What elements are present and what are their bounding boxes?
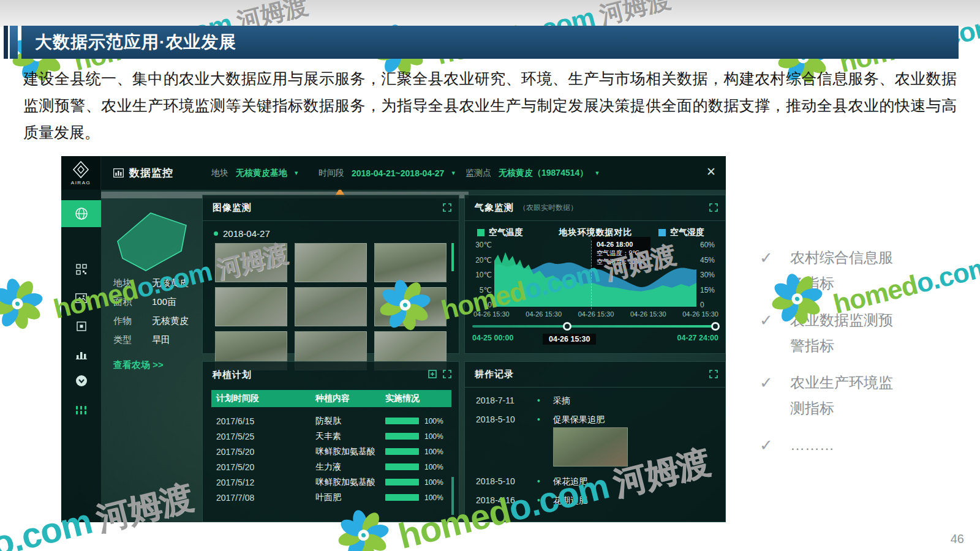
legend-temperature[interactable]: 空气温度 — [477, 227, 523, 238]
page-number: 46 — [951, 532, 964, 546]
sidebar-item-images[interactable] — [61, 285, 101, 312]
title-accent-dark — [4, 26, 8, 59]
time-range-slider[interactable] — [472, 325, 718, 328]
y-axis-humidity: 60%45%30%15%0 — [700, 241, 723, 309]
monitor-photo[interactable] — [215, 287, 287, 326]
table-row: 2017/5/20 咪鲜胺加氨基酸 100% — [211, 444, 451, 459]
y-tick: 30℃ — [469, 241, 492, 249]
plan-date: 2017/5/12 — [211, 478, 315, 487]
add-icon[interactable] — [428, 370, 437, 378]
monitor-photo[interactable] — [295, 287, 367, 326]
record-content: 促果保果追肥 — [553, 414, 628, 468]
checklist-item: ✓ ……… — [760, 432, 895, 458]
filter-plot-value[interactable]: 无核黄皮基地 — [236, 168, 287, 179]
dashboard-screenshot: AIRAG 数据监控 地块 无核黄皮基地 ▾ 时间段 2018-04-21~20… — [61, 156, 726, 522]
y-tick: 20℃ — [469, 256, 492, 264]
y-tick: 0 — [700, 301, 723, 309]
plot-info-row: 作物 无核黄皮 — [113, 315, 189, 327]
scrollbar[interactable] — [451, 243, 454, 271]
plot-field-value: 无核黄皮 — [152, 315, 189, 327]
indicator-checklist: ✓ 农村综合信息服务指标 ✓ 农业数据监测预警指标 ✓ 农业生产环境监测指标 ✓… — [760, 245, 895, 469]
slider-handle-current[interactable] — [563, 322, 571, 331]
chevron-down-icon[interactable]: ▾ — [595, 169, 599, 177]
slider-labels: 04-25 00:00 04-26 15:30 04-27 24:00 — [472, 334, 718, 346]
plot-field-label: 作物 — [113, 315, 152, 327]
monitor-photo[interactable] — [295, 243, 367, 282]
slider-handle-end[interactable] — [711, 322, 720, 331]
sidebar-item-qrcode[interactable] — [61, 256, 101, 283]
legend-temperature-label: 空气温度 — [489, 227, 523, 238]
y-axis-temperature: 30℃20℃10℃5℃0 — [469, 241, 492, 309]
title-bar: 大数据示范应用·农业发展 — [21, 26, 959, 59]
filter-plot-label: 地块 — [211, 168, 228, 179]
app-logo-text: AIRAG — [71, 180, 91, 186]
sidebar-item-device[interactable] — [61, 313, 101, 340]
monitor-photo[interactable] — [374, 287, 447, 326]
plan-table-body: 2017/6/15 防裂肽 100% 2017/5/25 天丰素 100 — [211, 413, 451, 505]
module-title: 数据监控 — [113, 156, 173, 190]
fullscreen-icon[interactable] — [443, 203, 451, 212]
circle-chevron-down-icon — [75, 375, 88, 387]
check-icon: ✓ — [760, 432, 790, 458]
sidebar-item-crop-rows[interactable] — [61, 397, 101, 424]
record-photo[interactable] — [553, 427, 628, 467]
list-item: 2018-4-16 • 花期追肥 — [476, 495, 715, 506]
device-square-icon — [77, 321, 86, 331]
crop-rows-icon — [75, 405, 88, 415]
chevron-down-icon[interactable]: ▾ — [295, 169, 298, 177]
monitor-photo[interactable] — [374, 243, 447, 282]
progress-bar — [385, 494, 419, 501]
list-item: 2018-5-10 • 促果保果追肥 — [476, 414, 715, 468]
plot-info-fields: 地块 无核黄皮 面积 100亩 作物 无核黄皮 类型 旱田 — [113, 277, 189, 353]
fullscreen-icon[interactable] — [443, 370, 451, 378]
checklist-item: ✓ 农业生产环境监测指标 — [760, 370, 895, 421]
green-bullet-icon: • — [537, 395, 553, 406]
fullscreen-icon[interactable] — [709, 203, 718, 212]
legend-humidity[interactable]: 空气湿度 — [658, 227, 704, 238]
check-icon: ✓ — [760, 245, 790, 296]
slide-top-band — [0, 0, 980, 27]
record-content-text: 花期追肥 — [553, 495, 587, 505]
filter-period-value[interactable]: 2018-04-21~2018-04-27 — [352, 168, 444, 178]
plot-polygon[interactable] — [109, 208, 195, 277]
photo-grid — [215, 243, 447, 370]
plot-field-label: 类型 — [113, 334, 152, 346]
filter-station[interactable]: 监测点 无核黄皮（19874514） ▾ — [466, 156, 599, 190]
progress-bar — [385, 448, 419, 455]
plot-info-row: 面积 100亩 — [113, 296, 189, 308]
fullscreen-icon[interactable] — [709, 370, 718, 378]
plan-content: 生力液 — [315, 462, 385, 473]
weather-panel-title: 气象监测 — [475, 202, 514, 214]
sidebar-item-collapse[interactable] — [61, 367, 101, 394]
record-list: 2018-7-11 • 采摘 2018-5-10 • 促果保果追肥 — [476, 395, 715, 514]
chart-tooltip: 04-26 18:00 空气温度：9℃ 空气湿度：31% — [592, 237, 650, 269]
plot-info-row: 地块 无核黄皮 — [113, 277, 189, 289]
view-farm-link[interactable]: 查看农场 >> — [113, 359, 164, 371]
y-tick: 45% — [700, 256, 723, 264]
airag-diamond-icon — [72, 160, 89, 179]
checklist-label: 农村综合信息服务指标 — [790, 245, 895, 296]
filter-plot[interactable]: 地块 无核黄皮基地 ▾ — [211, 156, 298, 190]
plot-field-label: 面积 — [113, 296, 152, 308]
weather-panel-header: 气象监测 （农眼实时数据） — [465, 195, 725, 221]
scrollbar[interactable] — [451, 477, 454, 515]
weather-panel-subtitle: （农眼实时数据） — [519, 203, 578, 213]
close-icon[interactable]: ✕ — [706, 165, 716, 179]
legend-humidity-label: 空气湿度 — [670, 227, 704, 238]
slider-current-badge: 04-26 15:30 — [543, 334, 596, 345]
watermark-text: homedo.com河姆渡 — [897, 492, 980, 551]
planting-plan-panel: 种植计划 计划时间段 种植内容 实施情况 — [202, 361, 459, 522]
image-panel-title: 图像监测 — [213, 202, 252, 214]
monitor-photo[interactable] — [215, 243, 287, 282]
plan-date: 2017/5/20 — [211, 462, 315, 472]
globe-icon — [75, 207, 88, 220]
sidebar-item-statistics[interactable] — [61, 341, 101, 368]
filter-station-label: 监测点 — [466, 168, 491, 179]
green-bullet-icon: • — [537, 476, 553, 487]
chevron-down-icon[interactable]: ▾ — [451, 169, 455, 177]
column-progress: 实施情况 — [385, 393, 447, 404]
plan-content: 叶面肥 — [315, 492, 385, 503]
filter-station-value[interactable]: 无核黄皮（19874514） — [499, 168, 588, 179]
sidebar-item-overview[interactable] — [61, 200, 101, 227]
filter-period[interactable]: 时间段 2018-04-21~2018-04-27 ▾ — [318, 156, 455, 190]
